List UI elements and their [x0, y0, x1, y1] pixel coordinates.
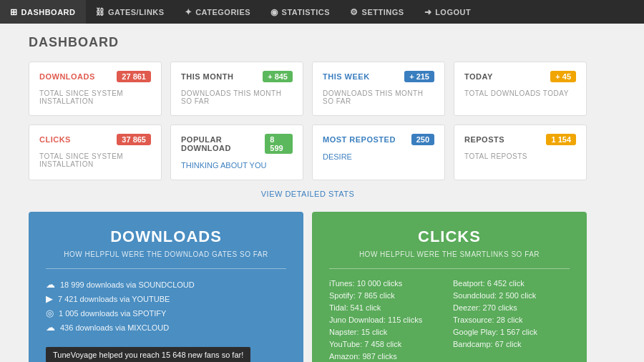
clicks-item: Napster: 15 click [329, 328, 446, 336]
card-subtitle: TOTAL SINCE SYSTEM INSTALLATION [39, 89, 151, 105]
view-stats-link[interactable]: VIEW DETAILED STATS [261, 190, 355, 198]
nav-dashboard-icon: ⊞ [10, 7, 18, 17]
clicks-item: YouTube: 7 458 click [329, 340, 446, 348]
nav-settings-icon: ⚙ [350, 7, 358, 17]
clicks-item: Deezer: 270 clicks [453, 303, 570, 312]
card-badge: + 215 [404, 71, 434, 82]
clicks-col-2: Beatport: 6 452 clickSoundcloud: 2 500 c… [453, 279, 570, 362]
clicks-item: Beatport: 6 452 click [453, 279, 570, 288]
card-badge: 37 865 [117, 134, 151, 145]
card-subtitle: DOWNLOADS THIS MONTH SO FAR [181, 89, 293, 105]
nav-logout-icon: ➜ [424, 7, 432, 17]
card-badge: 1 154 [546, 134, 576, 145]
download-item-icon: ☁ [46, 279, 55, 290]
clicks-item: Tidal: 541 click [329, 303, 446, 312]
nav-statistics-icon: ◉ [270, 7, 278, 17]
clicks-item: Spotify: 7 865 click [329, 291, 446, 300]
panel-divider [329, 268, 570, 269]
card-subtitle: TOTAL REPOSTS [464, 152, 576, 160]
card-badge: 250 [411, 134, 434, 145]
card-0: CLICKS 37 865 TOTAL SINCE SYSTEM INSTALL… [29, 124, 162, 180]
clicks-panel-heading: CLICKS [329, 228, 570, 246]
view-stats-row: VIEW DETAILED STATS [29, 189, 587, 199]
clicks-item: Soundcloud: 2 500 click [453, 291, 570, 300]
card-badge: + 845 [263, 71, 293, 82]
clicks-cols: iTunes: 10 000 clicksSpotify: 7 865 clic… [329, 279, 570, 362]
clicks-col-1: iTunes: 10 000 clicksSpotify: 7 865 clic… [329, 279, 446, 362]
card-2: MOST REPOSTED 250 DESIRE [312, 124, 445, 180]
card-title: THIS MONTH [181, 72, 233, 81]
card-1: THIS MONTH + 845 DOWNLOADS THIS MONTH SO… [170, 62, 303, 116]
clicks-item: Traxsource: 28 click [453, 315, 570, 324]
card-1: POPULAR DOWNLOAD 8 599 THINKING ABOUT YO… [170, 124, 303, 180]
downloads-panel-heading: DOWNLOADS [46, 228, 286, 246]
cards-row-2: CLICKS 37 865 TOTAL SINCE SYSTEM INSTALL… [29, 124, 587, 180]
card-title: CLICKS [39, 135, 71, 144]
clicks-item: iTunes: 10 000 clicks [329, 279, 446, 288]
panel-footer-note: TuneVoyage helped you reach 15 648 new f… [46, 347, 250, 362]
panel-item: ☁18 999 downloads via SOUNDCLOUD [46, 279, 286, 290]
clicks-item: Amazon: 987 clicks [329, 352, 446, 361]
main-content: DASHBOARD DOWNLOADS 27 861 TOTAL SINCE S… [0, 24, 615, 362]
downloads-panel-items: ☁18 999 downloads via SOUNDCLOUD▶7 421 d… [46, 279, 286, 333]
card-header: TODAY + 45 [464, 71, 576, 82]
card-title: POPULAR DOWNLOAD [181, 135, 265, 152]
panel-item: ☁436 downloads via MIXCLOUD [46, 322, 286, 333]
downloads-panel-subheading: HOW HELPFUL WERE THE DOWNLOAD GATES SO F… [46, 250, 286, 258]
panels-row: DOWNLOADS HOW HELPFUL WERE THE DOWNLOAD … [29, 212, 587, 362]
clicks-panel: CLICKS HOW HELPFUL WERE THE SMARTLINKS S… [312, 212, 587, 362]
card-title: MOST REPOSTED [323, 135, 396, 144]
card-3: TODAY + 45 TOTAL DOWNLOADS TODAY [454, 62, 587, 116]
card-title: DOWNLOADS [39, 72, 95, 81]
card-badge: + 45 [550, 71, 576, 82]
clicks-item: Juno Download: 115 clicks [329, 315, 446, 324]
card-header: POPULAR DOWNLOAD 8 599 [181, 134, 293, 154]
card-subtitle: TOTAL DOWNLOADS TODAY [464, 89, 576, 97]
nav-statistics[interactable]: ◉STATISTICS [260, 0, 340, 24]
card-3: REPOSTS 1 154 TOTAL REPOSTS [454, 124, 587, 180]
card-title: REPOSTS [464, 135, 504, 144]
card-header: THIS MONTH + 845 [181, 71, 293, 82]
download-item-icon: ◎ [46, 308, 54, 318]
nav-settings[interactable]: ⚙SETTINGS [340, 0, 414, 24]
clicks-panel-subheading: HOW HELPFUL WERE THE SMARTLINKS SO FAR [329, 250, 570, 258]
nav-categories-icon: ✦ [185, 7, 192, 17]
card-badge: 8 599 [265, 134, 293, 154]
card-2: THIS WEEK + 215 DOWNLOADS THIS MONTH SO … [312, 62, 445, 116]
page-title: DASHBOARD [29, 35, 587, 50]
card-header: CLICKS 37 865 [39, 134, 151, 145]
card-subtitle: TOTAL SINCE SYSTEM INSTALLATION [39, 152, 151, 168]
clicks-item: Google Play: 1 567 click [453, 328, 570, 336]
nav-logout[interactable]: ➜LOGOUT [414, 0, 482, 24]
download-item-icon: ☁ [46, 322, 55, 333]
nav-categories[interactable]: ✦CATEGORIES [175, 0, 260, 24]
nav-gates-icon: ⛓ [96, 7, 105, 17]
card-title: TODAY [464, 72, 493, 81]
card-badge: 27 861 [117, 71, 151, 82]
card-header: DOWNLOADS 27 861 [39, 71, 151, 82]
card-link[interactable]: DESIRE [323, 152, 434, 161]
cards-row-1: DOWNLOADS 27 861 TOTAL SINCE SYSTEM INST… [29, 62, 587, 116]
card-title: THIS WEEK [323, 72, 370, 81]
panel-divider [46, 268, 286, 269]
downloads-panel: DOWNLOADS HOW HELPFUL WERE THE DOWNLOAD … [29, 212, 303, 362]
card-header: REPOSTS 1 154 [464, 134, 576, 145]
card-link[interactable]: THINKING ABOUT YOU [181, 161, 293, 170]
card-subtitle: DOWNLOADS THIS MONTH SO FAR [323, 89, 434, 105]
clicks-item: Bandcamp: 67 click [453, 340, 570, 348]
main-nav: ⊞DASHBOARD⛓GATES/LINKS✦CATEGORIES◉STATIS… [0, 0, 644, 24]
panel-item: ◎1 005 downloads via SPOTIFY [46, 308, 286, 318]
download-item-icon: ▶ [46, 293, 53, 304]
nav-gates[interactable]: ⛓GATES/LINKS [86, 0, 175, 24]
card-0: DOWNLOADS 27 861 TOTAL SINCE SYSTEM INST… [29, 62, 162, 116]
card-header: THIS WEEK + 215 [323, 71, 434, 82]
card-header: MOST REPOSTED 250 [323, 134, 434, 145]
nav-dashboard[interactable]: ⊞DASHBOARD [0, 0, 86, 24]
panel-item: ▶7 421 downloads via YOUTUBE [46, 293, 286, 304]
